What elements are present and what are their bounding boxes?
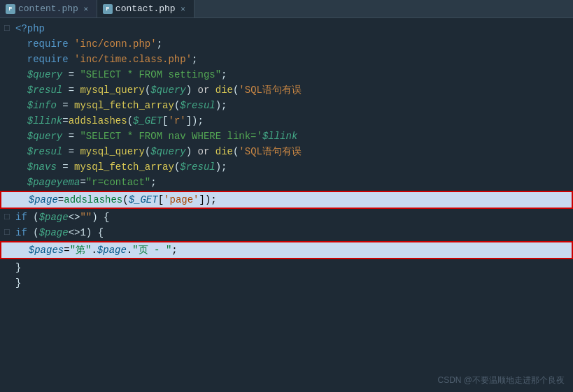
gutter-13: □ (0, 210, 13, 225)
line-8: $query = "SELECT * FROM nav WHERE link='… (0, 129, 573, 144)
tab-content-close[interactable]: ✕ (81, 4, 91, 14)
tab-bar: P content.php ✕ P contact.php ✕ (0, 0, 573, 18)
code-9: $resul = mysql_query($query) or die('SQL… (13, 144, 573, 159)
php-icon-contact: P (103, 4, 113, 14)
watermark: CSDN @不要温顺地走进那个良夜 (437, 375, 565, 386)
editor-container: P content.php ✕ P contact.php ✕ □ <?php … (0, 0, 573, 392)
line-15: $pages="第".$page."页 - "; (0, 241, 573, 259)
line-6: $info = mysql_fetch_array($resul); (0, 98, 573, 113)
tab-content-php[interactable]: P content.php ✕ (0, 0, 97, 17)
line-5: $resul = mysql_query($query) or die('SQL… (0, 82, 573, 98)
line-13: □ if ($page<>"") { (0, 210, 573, 225)
code-14: if ($page<>1) { (13, 225, 573, 240)
line-10: $navs = mysql_fetch_array($resul); (0, 159, 573, 175)
code-13: if ($page<>"") { (13, 210, 573, 225)
tab-content-label: content.php (18, 3, 78, 14)
line-16: } (0, 260, 573, 275)
code-area: □ <?php require 'inc/conn.php'; require … (0, 18, 573, 392)
gutter-14: □ (0, 225, 13, 240)
code-1: <?php (13, 21, 573, 36)
code-5: $resul = mysql_query($query) or die('SQL… (13, 82, 573, 98)
line-14: □ if ($page<>1) { (0, 225, 573, 240)
code-8: $query = "SELECT * FROM nav WHERE link='… (13, 129, 573, 144)
line-17: } (0, 275, 573, 291)
line-11: $pageyema="r=contact"; (0, 175, 573, 190)
line-9: $resul = mysql_query($query) or die('SQL… (0, 144, 573, 159)
code-7: $llink=addslashes($_GET['r']); (13, 113, 573, 129)
line-12: $page=addslashes($_GET['page']); (0, 191, 573, 209)
line-2: require 'inc/conn.php'; (0, 36, 573, 52)
code-3: require 'inc/time.class.php'; (13, 52, 573, 67)
tab-contact-label: contact.php (115, 3, 176, 14)
tab-contact-close[interactable]: ✕ (178, 4, 188, 14)
code-15: $pages="第".$page."页 - "; (14, 242, 572, 258)
code-17: } (13, 275, 573, 291)
code-6: $info = mysql_fetch_array($resul); (13, 98, 573, 113)
code-11: $pageyema="r=contact"; (13, 175, 573, 190)
code-10: $navs = mysql_fetch_array($resul); (13, 159, 573, 175)
gutter-1: □ (0, 21, 13, 36)
line-7: $llink=addslashes($_GET['r']); (0, 113, 573, 129)
line-3: require 'inc/time.class.php'; (0, 52, 573, 67)
tab-contact-php[interactable]: P contact.php ✕ (97, 0, 194, 17)
code-12: $page=addslashes($_GET['page']); (14, 192, 572, 208)
code-4: $query = "SELECT * FROM settings"; (13, 67, 573, 82)
code-16: } (13, 260, 573, 275)
code-content: □ <?php require 'inc/conn.php'; require … (0, 18, 573, 293)
line-1: □ <?php (0, 21, 573, 36)
line-4: $query = "SELECT * FROM settings"; (0, 67, 573, 82)
code-2: require 'inc/conn.php'; (13, 36, 573, 52)
php-icon-content: P (6, 4, 15, 14)
